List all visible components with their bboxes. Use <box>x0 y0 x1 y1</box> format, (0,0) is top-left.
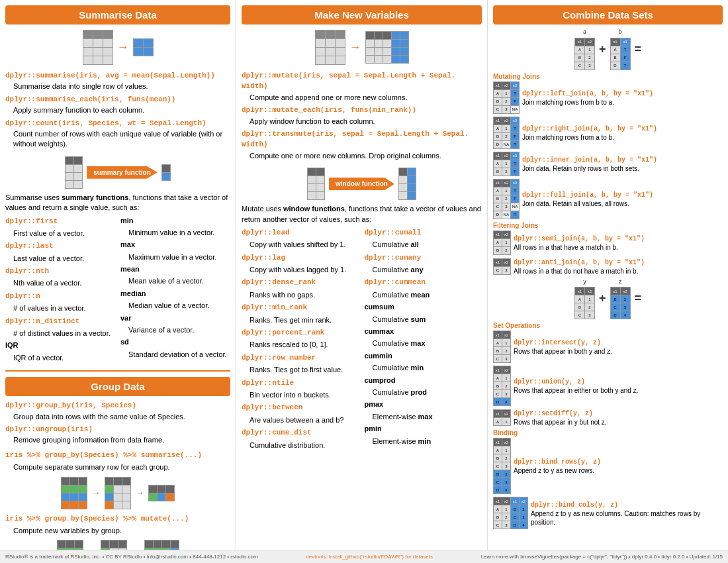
summary-func-arrow: summary function <box>87 166 158 179</box>
group-func1-desc: Group data into rows with the same value… <box>5 412 230 422</box>
summarise-diagram: → <box>5 30 230 65</box>
mutating-joins-label: Mutating Joins <box>493 73 723 80</box>
make-new-func2-desc: Apply window function to each column. <box>242 117 482 127</box>
summarise-func1: dplyr::summarise(iris, avg = mean(Sepal.… <box>5 70 230 81</box>
group-func1: dplyr::group_by(iris, Species) <box>5 400 230 411</box>
summarise-func1-desc: Summarise data into single row of values… <box>5 81 230 91</box>
summarise-paragraph: Summarise uses summary functions, functi… <box>5 193 230 213</box>
bind-cols-row: x1x2x1x2 A1B2 B2C3 C3D4 dplyr::bind_cols… <box>493 497 723 529</box>
group-pipe2: iris %>% group_by(Species) %>% mutate(..… <box>5 513 230 524</box>
make-new-diagram: → <box>242 30 482 65</box>
summarise-funcs-left: dplyr::first First value of a vector. dp… <box>5 216 115 366</box>
window-function-diagram: window function <box>242 168 482 200</box>
summarise-funcs: dplyr::first First value of a vector. dp… <box>5 216 230 366</box>
window-func-arrow: window function <box>329 178 394 190</box>
right-join-row: x1x2x3 A1T B2F DNAT dplyr::right_join(a,… <box>493 117 723 149</box>
semi-join-row: x1x2 A1 B2 dplyr::semi_join(a, b, by = "… <box>493 230 723 255</box>
set-ops-diagram: y x1x2 A1 B2 C3 + z x1x2 B2 C3 D4 = <box>493 278 723 320</box>
group-summarise-diagram: → → <box>5 477 230 509</box>
group-func2: dplyr::ungroup(iris) <box>5 424 230 435</box>
group-pipe1: iris %>% group_by(Species) %>% summarise… <box>5 450 230 460</box>
summarise-func2-desc: Apply summary function to each column. <box>5 105 230 115</box>
footer-middle: devtools::install_github("rstudio/EDAWR"… <box>306 554 433 560</box>
setdiff-row: x1x2 A1 dplyr::setdiff(y, z) Rows that a… <box>493 409 723 427</box>
combine-top-diagram: a x1x2 A1 B2 C3 + b x1x3 AT BF DT = <box>493 28 723 70</box>
make-new-func1: dplyr::mutate(iris, sepal = Sepal.Length… <box>242 70 482 92</box>
summarise-header: Summarise Data <box>5 5 230 25</box>
filtering-joins-label: Filtering Joins <box>493 222 723 229</box>
summarise-func2: dplyr::summarise_each(iris, funs(mean)) <box>5 94 230 105</box>
footer: RStudio® is a trademark of RStudio, Inc.… <box>0 550 728 563</box>
make-new-func3: dplyr::transmute(iris, sepal = Sepal.Len… <box>242 128 482 150</box>
combine-header: Combine Data Sets <box>493 5 723 25</box>
set-operations-label: Set Operations <box>493 322 723 329</box>
group-pipe2-desc: Compute new variables by group. <box>5 526 230 536</box>
make-new-func3-desc: Compute one or more new columns. Drop or… <box>242 151 482 161</box>
summarise-func3-desc: Count number of rows with each unique va… <box>5 129 230 150</box>
group-func2-desc: Remove grouping information from data fr… <box>5 435 230 445</box>
window-funcs-left: dplyr::lead Copy with values shifted by … <box>242 227 359 452</box>
full-join-row: x1x2x3 A1T B2F C3NA DNAT dplyr::full_joi… <box>493 179 723 219</box>
make-new-func1-desc: Compute and append one or more new colum… <box>242 93 482 103</box>
summarise-funcs-right: min Minimum value in a vector. max Maxim… <box>120 216 230 366</box>
summary-function-diagram: summary function <box>5 156 230 189</box>
arrow-icon-2: → <box>349 40 361 54</box>
group-mutate-diagram: → → <box>5 540 230 550</box>
bind-rows-row: x1x2 A1 B2 C3 B2 C3 D4 dplyr::bind_rows(… <box>493 438 723 494</box>
make-new-func2: dplyr::mutate_each(iris, funs(min_rank)) <box>242 105 482 115</box>
left-join-row: x1x2x3 A1T B2F C3NA dplyr::left_join(a, … <box>493 81 723 114</box>
group-header: Group Data <box>5 377 230 396</box>
footer-left: RStudio® is a trademark of RStudio, Inc.… <box>5 554 258 560</box>
window-funcs-right: dplyr::cumall Cumulative all dplyr::cuma… <box>365 227 482 452</box>
inner-join-row: x1x2x3 A1T B2F dplyr::inner_join(a, b, b… <box>493 152 723 176</box>
union-row: x1x2 A1 B2 C3 D4 dplyr::union(y, z) Rows… <box>493 366 723 406</box>
summarise-func3: dplyr::count(iris, Species, wt = Sepal.L… <box>5 118 230 128</box>
arrow-icon: → <box>117 40 129 54</box>
anti-join-row: x1x2 C3 dplyr::anti_join(a, b, by = "x1"… <box>493 258 723 276</box>
group-pipe1-desc: Compute separate summary row for each gr… <box>5 462 230 472</box>
binding-label: Binding <box>493 429 723 436</box>
footer-right: Learn more with browseVignettes(package … <box>481 554 723 560</box>
make-new-paragraph: Mutate uses window functions, functions … <box>242 204 482 225</box>
intersect-row: x1x2 A1 B2 C3 dplyr::intersect(y, z) Row… <box>493 331 723 363</box>
make-new-header: Make New Variables <box>242 5 482 25</box>
window-funcs: dplyr::lead Copy with values shifted by … <box>242 227 482 452</box>
